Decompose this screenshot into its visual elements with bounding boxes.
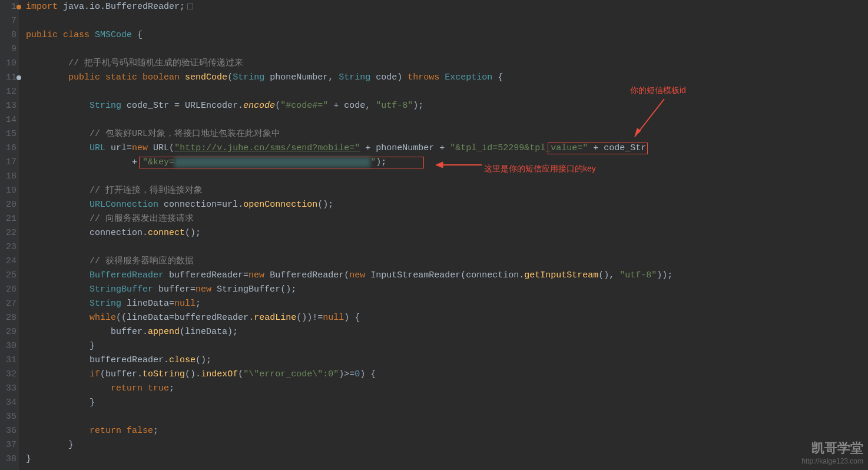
gutter-7: 7 bbox=[0, 14, 16, 28]
line-31: bufferedReader.close(); bbox=[26, 353, 868, 368]
gutter-24: 24 bbox=[0, 254, 16, 269]
line-12 bbox=[26, 85, 868, 99]
line-7 bbox=[26, 14, 868, 28]
line-19: // 打开连接，得到连接对象 bbox=[26, 184, 868, 198]
line-11: public static boolean sendCode(String ph… bbox=[26, 71, 868, 85]
gutter-32: 32 bbox=[0, 368, 16, 382]
line-24: // 获得服务器响应的数据 bbox=[26, 254, 868, 269]
gutter-28: 28 bbox=[0, 311, 16, 325]
gutter-35: 35 bbox=[0, 410, 16, 424]
gutter-31: 31 bbox=[0, 353, 16, 368]
line-38: } bbox=[26, 452, 868, 466]
line-36: return false; bbox=[26, 424, 868, 438]
gutter-26: 26 bbox=[0, 283, 16, 297]
gutter-8: 8 bbox=[0, 28, 16, 42]
gutter-22: 22 bbox=[0, 226, 16, 240]
line-17: + "&key= "); bbox=[26, 155, 868, 170]
line-37: } bbox=[26, 438, 868, 452]
line-25: BufferedReader bufferedReader=new Buffer… bbox=[26, 269, 868, 283]
line-29: buffer.append(lineData); bbox=[26, 325, 868, 339]
annotation-key: 这里是你的短信应用接口的key bbox=[484, 164, 596, 174]
watermark-title: 凯哥学堂 bbox=[801, 439, 863, 457]
line-34: } bbox=[26, 396, 868, 410]
line-gutter: 1 7 8 9 10 11 12 13 14 15 16 17 18 19 20… bbox=[0, 0, 19, 470]
gutter-15: 15 bbox=[0, 127, 16, 141]
gutter-33: 33 bbox=[0, 382, 16, 396]
gutter-30: 30 bbox=[0, 339, 16, 353]
gutter-10: 10 bbox=[0, 57, 16, 71]
gutter-16: 16 bbox=[0, 141, 16, 155]
fold-icon[interactable] bbox=[187, 4, 193, 9]
line-30: } bbox=[26, 339, 868, 353]
line-15: // 包装好URL对象，将接口地址包装在此对象中 bbox=[26, 127, 868, 141]
gutter-25: 25 bbox=[0, 269, 16, 283]
gutter-19: 19 bbox=[0, 184, 16, 198]
line-1: import java.io.BufferedReader; bbox=[26, 0, 868, 14]
gutter-38: 38 bbox=[0, 452, 16, 466]
line-18 bbox=[26, 170, 868, 184]
gutter-27: 27 bbox=[0, 297, 16, 311]
line-16: URL url=new URL("http://v.juhe.cn/sms/se… bbox=[26, 141, 868, 155]
line-21: // 向服务器发出连接请求 bbox=[26, 212, 868, 226]
line-8: public class SMSCode { bbox=[26, 28, 868, 42]
gutter-1: 1 bbox=[0, 0, 16, 14]
line-23 bbox=[26, 240, 868, 254]
line-35 bbox=[26, 410, 868, 424]
gutter-34: 34 bbox=[0, 396, 16, 410]
code-area[interactable]: import java.io.BufferedReader; public cl… bbox=[19, 0, 868, 470]
line-9 bbox=[26, 42, 868, 57]
line-32: if(buffer.toString().indexOf("\"error_co… bbox=[26, 368, 868, 382]
line-10: // 把手机号码和随机生成的验证码传递过来 bbox=[26, 57, 868, 71]
gutter-36: 36 bbox=[0, 424, 16, 438]
gutter-20: 20 bbox=[0, 198, 16, 212]
gutter-13: 13 bbox=[0, 99, 16, 113]
line-13: String code_Str = URLEncoder.encode("#co… bbox=[26, 99, 868, 113]
watermark: 凯哥学堂 http://kaige123.com bbox=[801, 439, 863, 465]
line-14 bbox=[26, 113, 868, 127]
gutter-9: 9 bbox=[0, 42, 16, 57]
line-22: connection.connect(); bbox=[26, 226, 868, 240]
gutter-37: 37 bbox=[0, 438, 16, 452]
gutter-11: 11 bbox=[0, 71, 16, 85]
gutter-29: 29 bbox=[0, 325, 16, 339]
gutter-21: 21 bbox=[0, 212, 16, 226]
line-28: while((lineData=bufferedReader.readLine(… bbox=[26, 311, 868, 325]
gutter-18: 18 bbox=[0, 170, 16, 184]
line-27: String lineData=null; bbox=[26, 297, 868, 311]
line-20: URLConnection connection=url.openConnect… bbox=[26, 198, 868, 212]
gutter-17: 17 bbox=[0, 155, 16, 170]
gutter-12: 12 bbox=[0, 85, 16, 99]
annotation-tpl-id: 你的短信模板id bbox=[630, 85, 686, 96]
gutter-14: 14 bbox=[0, 113, 16, 127]
watermark-url: http://kaige123.com bbox=[801, 457, 863, 465]
line-33: return true; bbox=[26, 382, 868, 396]
gutter-23: 23 bbox=[0, 240, 16, 254]
line-26: StringBuffer buffer=new StringBuffer(); bbox=[26, 283, 868, 297]
code-editor[interactable]: 1 7 8 9 10 11 12 13 14 15 16 17 18 19 20… bbox=[0, 0, 868, 470]
